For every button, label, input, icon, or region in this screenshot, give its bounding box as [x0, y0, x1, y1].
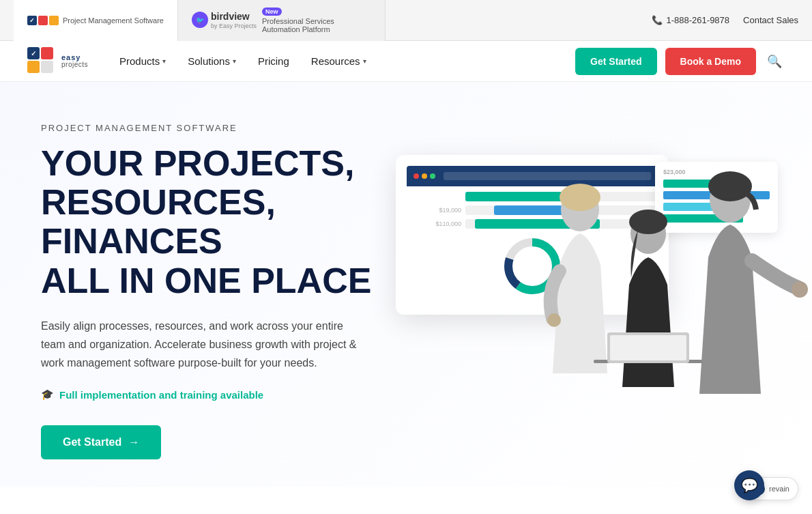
implementation-link[interactable]: 🎓 Full implementation and training avail…	[41, 388, 396, 401]
hero-content-left: PROJECT MANAGEMENT SOFTWARE YOUR PROJECT…	[41, 123, 396, 459]
svg-rect-13	[594, 360, 703, 363]
solutions-chevron-icon: ▾	[233, 57, 236, 65]
svg-text:✓: ✓	[31, 50, 36, 57]
nav-resources-label: Resources	[311, 55, 360, 67]
ep-sq-red	[38, 16, 48, 25]
nav-menu: Products ▾ Solutions ▾ Pricing Resources…	[108, 41, 377, 82]
ep-logo: ✓ Project Management Software	[27, 16, 164, 25]
nav-get-started-button[interactable]: Get Started	[575, 48, 656, 75]
resources-chevron-icon: ▾	[363, 57, 366, 65]
svg-rect-2	[41, 47, 53, 59]
svg-rect-4	[41, 61, 53, 73]
search-button[interactable]: 🔍	[764, 51, 785, 72]
hero-get-started-button[interactable]: Get Started →	[41, 425, 161, 459]
nav-logo-projects: projects	[61, 61, 88, 68]
new-badge: New	[262, 8, 282, 16]
gantt-row-3: $110,000	[407, 219, 658, 229]
birdview-tagline: Professional Services Automation Platfor…	[262, 17, 371, 33]
browser-tab-bar: ✓ Project Management Software 🐦 birdview…	[0, 0, 812, 41]
hero-visual: 43% $19,000 $110,000	[396, 141, 771, 442]
hero-eyebrow: PROJECT MANAGEMENT SOFTWARE	[41, 123, 396, 133]
donut-chart-svg	[502, 235, 563, 297]
hero-cta-arrow: →	[128, 436, 139, 448]
implementation-text: Full implementation and training availab…	[59, 389, 263, 401]
nav-logo-text: easy projects	[61, 54, 88, 68]
ep-sq-yellow	[49, 16, 59, 25]
nav-solutions-label: Solutions	[188, 55, 230, 67]
dashboard-area: 43% $19,000 $110,000	[396, 141, 771, 442]
svg-point-10	[547, 313, 561, 327]
dot-green	[430, 173, 435, 179]
gantt-row-1: 43%	[407, 192, 658, 201]
graduation-cap-icon: 🎓	[41, 388, 54, 401]
sec-bar-3	[663, 203, 770, 211]
svg-rect-15	[610, 335, 686, 360]
phone-icon: 📞	[652, 15, 663, 25]
nav-cta-area: Get Started Book a Demo 🔍	[575, 48, 785, 75]
ep-logo-squares: ✓	[27, 16, 59, 25]
birdview-name: birdview	[211, 11, 257, 23]
phone-link[interactable]: 📞 1-888-261-9878	[652, 15, 730, 25]
sec-bar-1	[663, 180, 770, 188]
birdview-sub: by Easy Projects	[211, 23, 257, 29]
main-navbar: ✓ easy projects Products ▾ Solutions ▾	[0, 41, 812, 82]
ep-sq-blue: ✓	[27, 16, 37, 25]
secondary-card: $23,000	[655, 162, 778, 233]
birdview-logo: 🐦 birdview by Easy Projects	[192, 11, 257, 29]
ep-tab-label: Project Management Software	[63, 16, 164, 25]
phone-number: 1-888-261-9878	[667, 15, 730, 25]
nav-products-label: Products	[119, 55, 160, 67]
tab-easy-projects[interactable]: ✓ Project Management Software	[14, 0, 178, 41]
hero-cta-label: Get Started	[63, 436, 121, 448]
nav-book-demo-button[interactable]: Book a Demo	[665, 48, 756, 75]
hero-title-line1: YOUR PROJECTS,	[41, 143, 354, 183]
donut-area	[407, 235, 658, 297]
nav-item-resources[interactable]: Resources ▾	[300, 41, 377, 82]
sec-bar-2	[663, 191, 770, 199]
tab-birdview[interactable]: 🐦 birdview by Easy Projects New Professi…	[178, 0, 386, 41]
revain-label: revain	[769, 485, 789, 487]
gantt-row-2: $19,000	[407, 205, 658, 215]
nav-pricing-label: Pricing	[258, 55, 289, 67]
nav-item-pricing[interactable]: Pricing	[247, 41, 300, 82]
svg-point-18	[792, 281, 808, 298]
hero-description: Easily align processes, resources, and w…	[41, 317, 368, 373]
hero-title-line2: RESOURCES, FINANCES	[41, 182, 276, 261]
dot-yellow	[422, 173, 427, 179]
hero-title-line3: ALL IN ONE PLACE	[41, 261, 371, 300]
svg-rect-3	[27, 61, 40, 73]
hero-title: YOUR PROJECTS, RESOURCES, FINANCES ALL I…	[41, 144, 396, 300]
birdview-text: birdview by Easy Projects	[211, 11, 257, 29]
checkmark-icon: ✓	[29, 17, 35, 24]
search-icon: 🔍	[767, 55, 782, 68]
products-chevron-icon: ▾	[162, 57, 166, 65]
browser-tabs: ✓ Project Management Software 🐦 birdview…	[14, 0, 386, 41]
sec-bar-4	[663, 214, 770, 223]
nav-logo[interactable]: ✓ easy projects	[27, 47, 88, 76]
hero-section: PROJECT MANAGEMENT SOFTWARE YOUR PROJECT…	[0, 82, 812, 487]
nav-item-products[interactable]: Products ▾	[108, 41, 177, 82]
ep-logo-svg: ✓	[27, 47, 56, 76]
svg-rect-14	[607, 332, 689, 363]
topbar-right: 📞 1-888-261-9878 Contact Sales	[652, 15, 798, 25]
nav-item-solutions[interactable]: Solutions ▾	[177, 41, 247, 82]
chat-icon: 💬	[741, 477, 758, 487]
gantt-header	[407, 166, 658, 186]
birdview-icon: 🐦	[192, 12, 208, 28]
dot-red	[414, 173, 419, 179]
contact-sales-link[interactable]: Contact Sales	[743, 15, 798, 25]
gantt-card: 43% $19,000 $110,000	[396, 155, 669, 315]
